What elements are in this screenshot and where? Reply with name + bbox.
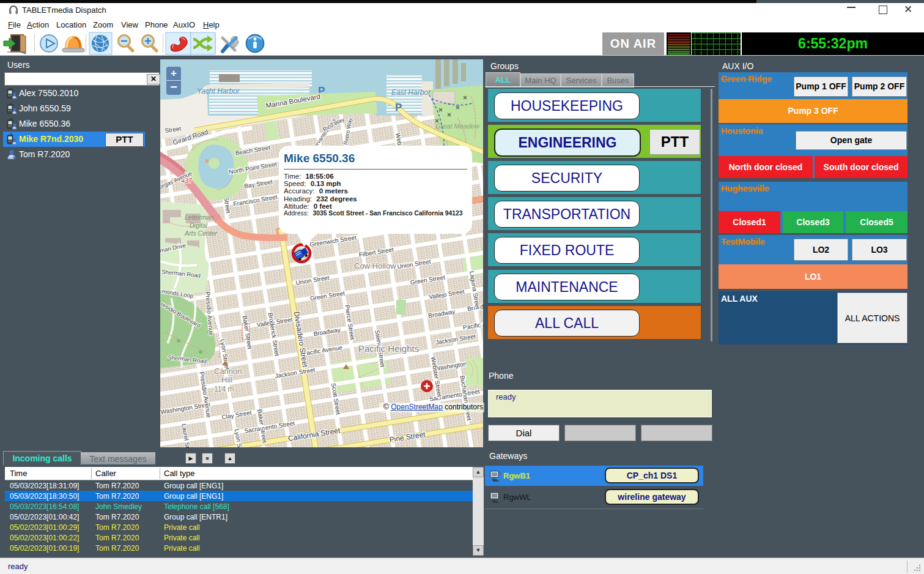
- svg-text:Hill: Hill: [221, 375, 232, 384]
- svg-text:Yacht Harbor: Yacht Harbor: [197, 87, 240, 95]
- svg-text:Cow Hollow: Cow Hollow: [354, 261, 396, 270]
- svg-text:Arts Center: Arts Center: [184, 229, 218, 237]
- svg-text:Cannon: Cannon: [214, 367, 242, 376]
- svg-text:Letterman: Letterman: [185, 214, 213, 221]
- svg-text:Pacific Heights: Pacific Heights: [358, 343, 419, 354]
- svg-text:114 m: 114 m: [214, 385, 234, 393]
- svg-text:East Harbor: East Harbor: [391, 88, 431, 97]
- svg-text:Great Meadow: Great Meadow: [435, 122, 480, 130]
- svg-text:Digital: Digital: [190, 222, 208, 229]
- svg-text:P: P: [395, 102, 402, 113]
